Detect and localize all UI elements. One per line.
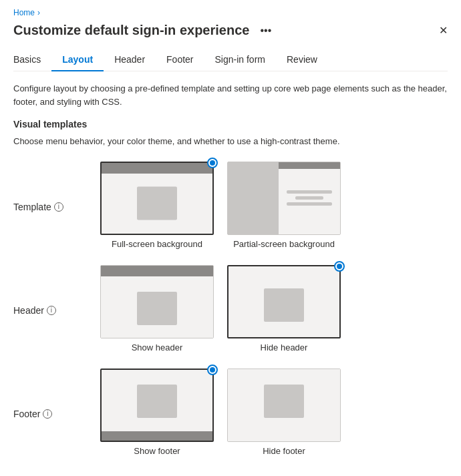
partial-header-strip bbox=[279, 162, 340, 169]
hide-footer-content bbox=[264, 385, 304, 418]
partial-line-2 bbox=[295, 196, 323, 200]
hide-header-content bbox=[264, 288, 304, 322]
footer-hide-preview bbox=[227, 369, 341, 442]
partial-screen-visual bbox=[228, 162, 340, 234]
title-row: Customize default sign-in experience •••… bbox=[13, 23, 448, 38]
show-header-bar bbox=[101, 266, 213, 276]
partial-line-1 bbox=[287, 190, 332, 194]
header-info-icon[interactable]: i bbox=[47, 306, 56, 315]
footer-info-icon[interactable]: i bbox=[43, 409, 52, 419]
template-label: Template i bbox=[13, 162, 100, 212]
tab-signin-form[interactable]: Sign-in form bbox=[204, 49, 276, 71]
footer-options: Show footer Hide footer bbox=[100, 369, 341, 456]
visual-templates-description: Choose menu behavior, your color theme, … bbox=[13, 135, 448, 148]
breadcrumb-separator: › bbox=[37, 8, 40, 17]
footer-show-label: Show footer bbox=[134, 446, 180, 456]
more-options-button[interactable]: ••• bbox=[256, 23, 275, 38]
template-full-screen-preview bbox=[100, 162, 214, 235]
show-footer-visual bbox=[102, 370, 212, 441]
breadcrumb-home[interactable]: Home bbox=[13, 8, 35, 17]
header-hide-label: Hide header bbox=[261, 342, 308, 352]
partial-main-area bbox=[279, 162, 340, 234]
footer-group: Footer i Show footer bbox=[13, 369, 448, 456]
page-title: Customize default sign-in experience bbox=[13, 23, 249, 38]
header-option-label: Header i bbox=[13, 265, 100, 316]
show-footer-content bbox=[137, 385, 177, 418]
footer-show-preview bbox=[100, 369, 214, 442]
template-partial-screen-label: Partial-screen background bbox=[233, 239, 335, 249]
template-group: Template i Full-screen background bbox=[13, 162, 448, 249]
partial-side-panel bbox=[228, 162, 279, 234]
header-show-option[interactable]: Show header bbox=[100, 265, 214, 352]
full-screen-header bbox=[102, 163, 212, 174]
layout-description: Configure layout by choosing a pre-defin… bbox=[13, 82, 448, 108]
close-button[interactable]: ✕ bbox=[439, 24, 448, 37]
hide-footer-visual bbox=[228, 369, 340, 441]
hide-header-visual bbox=[228, 266, 339, 337]
footer-show-radio bbox=[207, 365, 218, 375]
breadcrumb: Home › bbox=[13, 8, 448, 17]
footer-hide-label: Hide footer bbox=[263, 446, 305, 456]
partial-line-3 bbox=[287, 202, 332, 206]
full-screen-content bbox=[137, 186, 177, 220]
page-container: Home › Customize default sign-in experie… bbox=[0, 0, 461, 476]
header-options: Show header Hide header bbox=[100, 265, 341, 352]
full-screen-visual bbox=[102, 163, 212, 234]
tab-review[interactable]: Review bbox=[276, 49, 328, 71]
header-hide-preview bbox=[227, 265, 341, 338]
template-info-icon[interactable]: i bbox=[54, 202, 63, 212]
tab-footer[interactable]: Footer bbox=[156, 49, 204, 71]
show-header-content bbox=[137, 292, 177, 325]
tab-basics[interactable]: Basics bbox=[13, 49, 51, 71]
template-partial-screen-preview bbox=[227, 162, 341, 235]
tab-layout[interactable]: Layout bbox=[51, 49, 104, 71]
header-hide-option[interactable]: Hide header bbox=[227, 265, 341, 352]
template-partial-screen-option[interactable]: Partial-screen background bbox=[227, 162, 341, 249]
header-group: Header i Show header bbox=[13, 265, 448, 352]
footer-show-option[interactable]: Show footer bbox=[100, 369, 214, 456]
footer-option-label: Footer i bbox=[13, 369, 100, 419]
template-full-screen-option[interactable]: Full-screen background bbox=[100, 162, 214, 249]
show-header-visual bbox=[101, 266, 213, 338]
header-hide-radio bbox=[334, 261, 345, 272]
visual-templates-section: Visual templates Choose menu behavior, y… bbox=[13, 119, 448, 148]
show-footer-bar bbox=[102, 431, 212, 441]
template-full-screen-label: Full-screen background bbox=[112, 239, 202, 249]
title-left: Customize default sign-in experience ••• bbox=[13, 23, 275, 38]
header-show-label: Show header bbox=[132, 342, 183, 352]
visual-templates-title: Visual templates bbox=[13, 119, 448, 130]
tabs-bar: Basics Layout Header Footer Sign-in form… bbox=[13, 49, 448, 71]
template-full-screen-radio bbox=[207, 158, 218, 168]
template-options: Full-screen background Partial-sc bbox=[100, 162, 341, 249]
header-show-preview bbox=[100, 265, 214, 338]
footer-hide-option[interactable]: Hide footer bbox=[227, 369, 341, 456]
tab-header[interactable]: Header bbox=[104, 49, 156, 71]
